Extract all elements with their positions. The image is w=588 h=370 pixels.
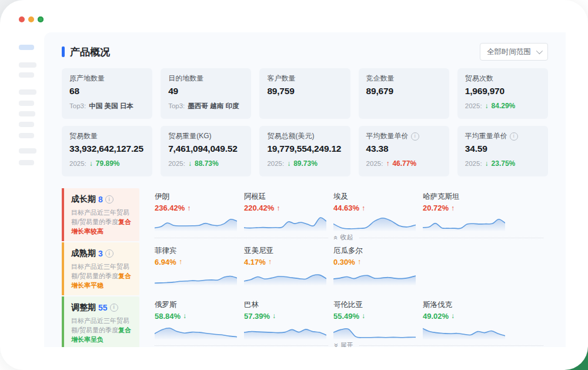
time-range-select[interactable]: 全部时间范围: [480, 43, 548, 61]
country-growth-value: 58.84%: [155, 312, 181, 321]
stat-value: 33,932,642,127.25: [69, 144, 145, 154]
country-cell[interactable]: 厄瓜多尔0.30%↑: [333, 246, 423, 285]
minimize-button[interactable]: [28, 16, 34, 22]
trend-up-icon: ↑: [358, 258, 361, 266]
stat-trend-year: 2025:: [267, 160, 284, 167]
trend-down-icon: ↓: [485, 102, 489, 110]
stat-value: 89,759: [267, 86, 342, 96]
sparkline-chart: [333, 214, 416, 231]
country-growth-pct: 55.49%↓: [333, 312, 423, 321]
country-cell[interactable]: 巴林57.39%↓: [244, 300, 333, 339]
sidebar-nav-item-active[interactable]: [19, 45, 34, 50]
country-name: 菲律宾: [155, 246, 244, 256]
stage-description-highlight: 复合增长率呈负: [71, 326, 131, 343]
stat-card: 客户数量89,759: [259, 68, 350, 119]
toggle-collapse-button[interactable]: «收起: [329, 233, 359, 242]
country-growth-value: 57.39%: [244, 312, 270, 321]
window-controls: [19, 16, 44, 22]
toggle-label: 收起: [340, 233, 353, 242]
country-cell[interactable]: 埃及44.63%↑: [333, 192, 423, 231]
stat-label: 竞企数量: [366, 74, 442, 83]
country-name: 埃及: [333, 192, 423, 202]
stage-charts: 伊朗236.42%↑阿根廷220.42%↑埃及44.63%↑哈萨克斯坦20.72…: [139, 188, 548, 241]
sidebar-nav-item[interactable]: [19, 89, 36, 95]
title-accent-bar: [62, 46, 65, 57]
country-cell[interactable]: 菲律宾6.94%↑: [155, 246, 244, 285]
sidebar-nav-item[interactable]: [19, 133, 34, 138]
country-cell[interactable]: 伊朗236.42%↑: [155, 192, 244, 231]
stat-value: 89,679: [366, 86, 442, 96]
stage-title: 成长期8i: [71, 194, 133, 205]
sidebar-nav-item[interactable]: [19, 122, 34, 127]
sidebar-nav-item[interactable]: [19, 101, 34, 106]
stat-label: 贸易次数: [465, 74, 540, 83]
stat-trend: 2025:↓88.73%: [168, 159, 243, 168]
country-cell[interactable]: 斯洛伐克49.02%↓: [423, 300, 512, 339]
zoom-button[interactable]: [38, 16, 44, 22]
sparkline-chart: [333, 268, 416, 285]
stat-top3-countries: 中国 美国 日本: [89, 102, 133, 109]
country-cell[interactable]: 阿根廷220.42%↑: [244, 192, 333, 231]
stat-trend-year: 2025:: [366, 160, 383, 167]
stat-value: 1,969,970: [465, 86, 540, 96]
sidebar-nav-item[interactable]: [19, 62, 36, 68]
country-cell[interactable]: 俄罗斯58.84%↓: [155, 300, 244, 339]
country-growth-value: 6.94%: [155, 258, 176, 266]
info-icon[interactable]: i: [411, 132, 419, 141]
stage-label-box: 调整期55i目标产品近三年贸易额/贸易量的季度复合增长率呈负: [62, 296, 139, 347]
stat-card: 贸易重量(KG)7,461,094,049.522025:↓88.73%: [161, 126, 251, 176]
stage-name: 成长期: [71, 194, 96, 205]
trend-down-icon: ↓: [183, 312, 186, 320]
info-icon[interactable]: i: [105, 249, 113, 258]
info-icon[interactable]: i: [105, 195, 113, 204]
toggle-label: 展开: [340, 341, 353, 347]
stat-value: 43.38: [366, 144, 442, 154]
info-icon[interactable]: i: [510, 132, 518, 141]
close-button[interactable]: [19, 16, 25, 22]
stage-description: 目标产品近三年贸易额/贸易量的季度复合增长率呈负: [71, 316, 133, 345]
stat-label: 平均重量单价i: [465, 132, 540, 141]
sparkline-chart: [155, 322, 237, 339]
stat-trend-pct: 88.73%: [195, 159, 219, 168]
stage-row: 调整期55i目标产品近三年贸易额/贸易量的季度复合增长率呈负俄罗斯58.84%↓…: [62, 296, 548, 347]
sidebar-nav-item[interactable]: [19, 111, 35, 116]
sidebar-nav-item[interactable]: [19, 160, 34, 165]
trend-up-icon: ↑: [362, 204, 365, 212]
stat-trend-pct: 46.77%: [392, 159, 416, 168]
stat-label: 平均数量单价i: [366, 132, 442, 141]
trend-down-icon: ↓: [362, 312, 365, 320]
trend-down-icon: ↓: [89, 159, 93, 168]
sidebar-nav-item[interactable]: [19, 72, 34, 78]
country-growth-value: 49.02%: [423, 312, 449, 321]
country-cell[interactable]: 哥伦比亚55.49%↓: [333, 300, 423, 339]
country-growth-value: 55.49%: [333, 312, 359, 321]
sparkline-chart: [423, 214, 505, 231]
stat-trend: 2025:↑46.77%: [366, 159, 442, 168]
stage-name: 成熟期: [71, 248, 96, 259]
toggle-expand-button[interactable]: «展开: [329, 341, 359, 347]
stage-name: 调整期: [71, 302, 96, 313]
stat-card: 平均重量单价i34.592025:↓23.75%: [457, 126, 548, 176]
stat-value: 7,461,094,049.52: [168, 144, 243, 154]
stat-card: 平均数量单价i43.382025:↑46.77%: [359, 126, 449, 176]
info-icon[interactable]: i: [110, 304, 118, 312]
trend-down-icon: ↓: [287, 159, 290, 168]
sparkline-chart: [333, 322, 416, 339]
country-cell[interactable]: 哈萨克斯坦20.72%↑: [423, 192, 512, 231]
sparkline-chart: [244, 322, 326, 339]
sidebar-nav-item[interactable]: [19, 148, 36, 154]
sparkline-chart: [155, 214, 237, 231]
collapse-icon: «: [333, 235, 340, 239]
page-title: 产品概况: [70, 45, 110, 59]
country-cell[interactable]: 亚美尼亚4.17%↑: [244, 246, 333, 285]
country-name: 伊朗: [155, 192, 244, 202]
country-growth-pct: 49.02%↓: [423, 312, 512, 321]
stat-label: 目的地数量: [168, 74, 243, 83]
stat-card: 贸易次数1,969,9702025:↓84.29%: [457, 68, 548, 119]
country-name: 巴林: [244, 300, 333, 310]
trend-down-icon: ↓: [485, 159, 489, 168]
country-growth-pct: 20.72%↑: [423, 204, 512, 212]
stat-label: 原产地数量: [69, 74, 145, 83]
country-growth-pct: 58.84%↓: [155, 312, 244, 321]
country-name: 阿根廷: [244, 192, 333, 202]
